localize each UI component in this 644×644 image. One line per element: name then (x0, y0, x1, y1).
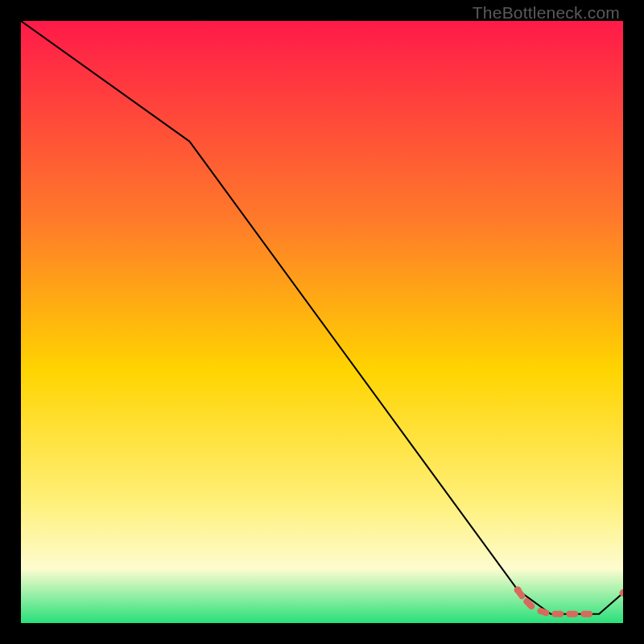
dash-segment (526, 601, 531, 606)
watermark-text: TheBottleneck.com (473, 3, 620, 23)
start-dot (514, 586, 522, 593)
chart-frame (21, 21, 623, 623)
chart-svg (21, 21, 623, 623)
dash-segment (541, 611, 547, 613)
